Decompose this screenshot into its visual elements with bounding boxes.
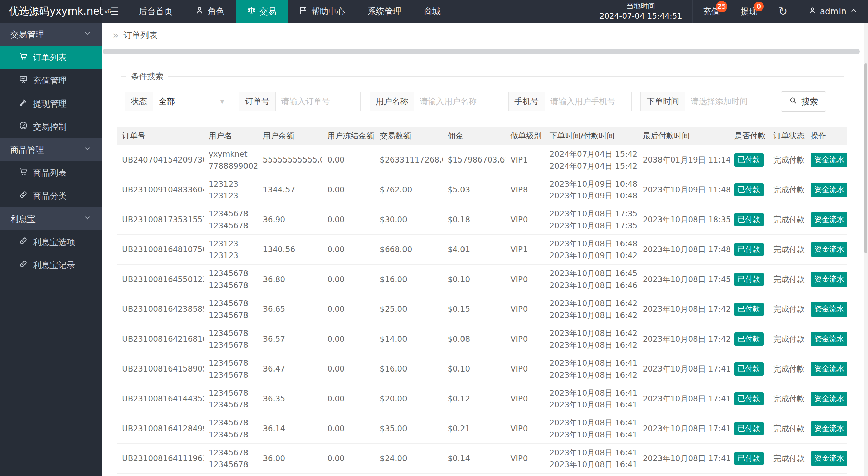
sidebar-item-label: 利息宝记录 [33,260,75,271]
page-title: 订单列表 [123,30,157,41]
last-pay-time-cell: 2023年10月08日 17:42:38 [638,294,730,324]
last-pay-time-cell: 2023年10月08日 18:35:31 [638,205,730,235]
sidebar-item-product-category[interactable]: 商品分类 [0,184,102,207]
recharge-menu[interactable]: 充值 25 [692,0,730,23]
nav-item-label: 角色 [208,6,224,17]
sidebar-group-interest-treasure[interactable]: 利息宝 [0,207,102,230]
column-header: 下单时间/付款时间 [545,127,638,145]
sidebar-item-product-list[interactable]: 商品列表 [0,161,102,184]
trade-amount-cell: $668.00 [375,235,443,265]
nav-item-help-center[interactable]: 帮助中心 [288,0,356,23]
paid-status-cell: 已付款 [730,354,769,384]
funds-flow-button[interactable]: 资金流水 [811,212,847,227]
frozen-amount-cell: 0.00 [322,205,375,235]
user-menu[interactable]: admin [798,0,868,23]
last-pay-time-cell: 2023年10月08日 17:41:28 [638,414,730,444]
vip-level-cell: VIP0 [506,294,545,324]
username-cell: 1234567812345678 [204,265,258,294]
nav-item-home[interactable]: 后台首页 [127,0,184,23]
sidebar-group-product-management[interactable]: 商品管理 [0,138,102,161]
phone-input[interactable] [545,92,631,111]
table-row: UB2310081641284990 1234567812345678 36.1… [117,414,847,444]
action-cell: 资金流水 [806,384,847,414]
content-area: 条件搜索 状态 全部 ▼ 订单号 用户名称 [102,71,864,476]
paid-status-cell: 已付款 [730,265,769,294]
vip-level-cell: VIP0 [506,444,545,474]
funds-flow-button[interactable]: 资金流水 [811,242,847,256]
sidebar-item-interest-records[interactable]: 利息宝记录 [0,253,102,277]
hamburger-icon: ☰ [110,6,119,17]
trade-amount-cell: $14.00 [375,324,443,354]
nav-item-roles[interactable]: 角色 [184,0,236,23]
sidebar-item-label: 充值管理 [33,75,67,86]
table-row: UB2310081641589055 1234567812345678 36.4… [117,354,847,384]
status-select-value: 全部 [159,96,175,107]
last-pay-time-cell: 2023年10月08日 17:42:16 [638,324,730,354]
gauge-icon [19,121,28,132]
cart-icon [19,167,28,178]
vip-level-cell: VIP0 [506,414,545,444]
withdraw-menu[interactable]: 提现 0 [730,0,768,23]
vertical-scrollbar[interactable] [864,23,868,476]
status-filter-label: 状态 [125,92,153,111]
search-button[interactable]: 搜索 [781,91,826,112]
funds-flow-button[interactable]: 资金流水 [811,302,847,316]
order-time-filter-group: 下单时间 [640,92,772,111]
order-status-cell: 完成付款 [769,354,806,384]
action-cell [806,474,847,476]
funds-flow-button[interactable]: 资金流水 [811,183,847,197]
trade-amount-cell: $25.00 [375,294,443,324]
balance-cell: 1344.57 [258,175,322,205]
action-cell: 资金流水 [806,444,847,474]
sidebar-item-trade-control[interactable]: 交易控制 [0,115,102,138]
sidebar-item-label: 订单列表 [33,52,67,63]
balance-cell: 36.14 [258,414,322,444]
funds-flow-button[interactable]: 资金流水 [811,272,847,286]
funds-flow-button[interactable]: 资金流水 [811,421,847,436]
sidebar-item-order-list[interactable]: 订单列表 [0,46,102,69]
paid-status-badge: 已付款 [734,213,764,226]
search-icon [789,96,798,107]
commission-cell: $0.08 [443,324,506,354]
action-cell: 资金流水 [806,354,847,384]
action-cell: 资金流水 [806,414,847,444]
commission-cell: $5.03 [443,175,506,205]
order-time-cell: 2023年10月09日 10:48:332023年10月09日 10:48:47 [545,175,638,205]
commission-cell [443,474,506,476]
paid-status-cell: 已付款 [730,145,769,175]
commission-cell: $0.14 [443,444,506,474]
action-cell: 资金流水 [806,175,847,205]
funds-flow-button[interactable]: 资金流水 [811,153,847,167]
sidebar-item-withdraw-management[interactable]: 提现管理 [0,92,102,115]
funds-flow-button[interactable]: 资金流水 [811,362,847,376]
vertical-scrollbar-thumb[interactable] [864,63,867,253]
trade-amount-cell: $30.00 [375,205,443,235]
sidebar-item-recharge-management[interactable]: 充值管理 [0,69,102,92]
order-no-input[interactable] [276,92,360,111]
order-no-cell: UB2310081641443526 [117,384,204,414]
search-button-label: 搜索 [801,96,818,107]
user-name-filter-group: 用户名称 [370,92,499,111]
refresh-button[interactable]: ↻ [768,0,798,23]
funds-flow-button[interactable]: 资金流水 [811,451,847,465]
sidebar-toggle-button[interactable]: ☰ [102,0,127,23]
frozen-amount-cell [322,474,375,476]
sidebar-group-label: 商品管理 [10,144,44,155]
local-time-label: 当地时间 [627,1,655,11]
search-panel-title: 条件搜索 [126,71,168,82]
user-name-input[interactable] [414,92,499,111]
sidebar-group-trade-management[interactable]: 交易管理 [0,23,102,46]
sidebar-item-interest-options[interactable]: 利息宝选项 [0,230,102,253]
order-time-input[interactable] [685,92,772,111]
local-time-value: 2024-07-04 15:44:51 [599,11,682,21]
nav-item-mall[interactable]: 商城 [413,0,452,23]
nav-item-system[interactable]: 系统管理 [356,0,413,23]
horizontal-scrollbar[interactable] [103,49,860,54]
status-select[interactable]: 全部 ▼ [153,92,230,111]
username-cell: 1234567812345678 [204,294,258,324]
nav-item-trade[interactable]: 交易 [236,0,288,23]
sidebar-item-label: 利息宝选项 [33,236,75,248]
funds-flow-button[interactable]: 资金流水 [811,392,847,406]
withdraw-count-badge: 0 [754,2,764,11]
funds-flow-button[interactable]: 资金流水 [811,332,847,346]
